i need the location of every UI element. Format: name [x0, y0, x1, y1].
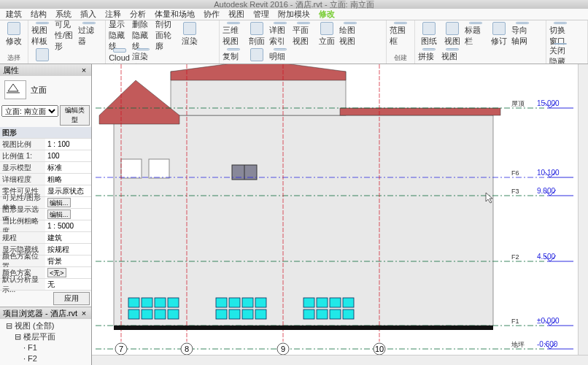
tree-item[interactable]: ⊟ 楼层平面	[3, 331, 88, 342]
menu-注释[interactable]: 注释	[105, 9, 121, 20]
menu-结构[interactable]: 结构	[31, 9, 47, 20]
ribbon-btn-立面[interactable]: 立面	[316, 22, 338, 47]
ribbon-btn-平面视图[interactable]: 平面视图	[293, 22, 314, 47]
property-value[interactable]: 无	[45, 279, 91, 290]
browser-header[interactable]: 项目浏览器 - 酒店.rvt ×	[0, 307, 91, 319]
property-value[interactable]: 标准	[45, 162, 91, 173]
menu-建筑[interactable]: 建筑	[6, 9, 22, 20]
ribbon-btn-图例[interactable]: 图例	[246, 48, 268, 64]
ribbon-btn-细线[interactable]: 细线	[31, 48, 53, 64]
close-icon[interactable]: ×	[80, 66, 88, 74]
property-row[interactable]: 显示模型标准	[0, 162, 91, 174]
property-row[interactable]: 颜色方案位置背景	[0, 256, 91, 267]
ribbon-btn-Cloud渲染[interactable]: Cloud渲染	[109, 48, 131, 64]
menu-插入[interactable]: 插入	[80, 9, 96, 20]
ribbon-btn-明细表[interactable]: 明细表	[269, 48, 291, 64]
ribbon-btn-可见性/图形[interactable]: 可见性/图形	[55, 22, 77, 47]
property-key: 详细程度	[0, 174, 45, 185]
ribbon-btn-过滤器[interactable]: 过滤器	[78, 22, 100, 47]
property-value[interactable]: 编辑...	[45, 197, 91, 208]
ribbon-btn-关闭隐藏对象[interactable]: 关闭隐藏对象	[549, 48, 571, 64]
property-value[interactable]: 粗略	[45, 174, 91, 185]
ribbon-btn-修订[interactable]: 修订	[488, 22, 510, 47]
tool-icon	[394, 22, 407, 24]
ribbon-btn-范围框[interactable]: 范围框	[390, 22, 411, 47]
ribbon-btn-三维视图[interactable]: 三维视图	[223, 22, 244, 47]
edit-button[interactable]: 编辑...	[47, 210, 71, 219]
menu-附加模块[interactable]: 附加模块	[278, 9, 310, 20]
property-row[interactable]: 规程建筑	[0, 232, 91, 244]
menu-视图[interactable]: 视图	[228, 9, 244, 20]
scrollbar-vertical[interactable]	[578, 64, 588, 365]
ribbon-btn-导向轴网[interactable]: 导向轴网	[511, 22, 533, 47]
ribbon-btn-图纸[interactable]: 图纸	[418, 22, 440, 47]
ribbon-btn-复制视图[interactable]: 复制视图	[223, 48, 244, 64]
ribbon-btn-标题栏[interactable]: 标题栏	[465, 22, 487, 47]
svg-text:9.000: 9.000	[537, 187, 555, 195]
apply-button[interactable]: 应用	[53, 292, 90, 305]
ribbon-btn-拼接线[interactable]: 拼接线	[418, 48, 440, 64]
ribbon-group: 三维视图剖面详图索引平面视图立面绘图视图复制视图图例明细表	[220, 20, 387, 64]
ribbon-btn-修改[interactable]: 修改	[3, 22, 25, 47]
tool-icon	[469, 22, 482, 24]
menu-修改[interactable]: 修改	[319, 9, 335, 20]
tool-icon	[554, 43, 567, 45]
property-row[interactable]: 默认分析显示...无	[0, 279, 91, 291]
close-icon[interactable]: ×	[80, 309, 88, 318]
ribbon-btn-渲染库[interactable]: 渲染库	[132, 48, 154, 64]
svg-rect-21	[229, 298, 240, 307]
tree-item[interactable]: ⊟ 视图 (全部)	[3, 320, 88, 331]
edit-type-button[interactable]: 编辑类型	[60, 105, 90, 126]
property-value[interactable]: 显示原状态	[45, 185, 91, 196]
edit-button[interactable]: <无>	[47, 268, 66, 277]
ribbon-btn-剖切面轮廓[interactable]: 剖切面轮廓	[155, 22, 177, 47]
menu-系统[interactable]: 系统	[55, 9, 71, 20]
svg-marker-4	[171, 64, 346, 80]
tree-item[interactable]: · F1	[3, 342, 88, 353]
svg-text:F6: F6	[511, 169, 519, 177]
tool-icon	[36, 22, 49, 24]
property-value[interactable]: 背景	[45, 256, 91, 266]
svg-text:9: 9	[281, 345, 285, 353]
ribbon-btn-视图参照[interactable]: 视图参照	[441, 48, 463, 64]
ribbon-btn-剖面[interactable]: 剖面	[246, 22, 268, 47]
menu-体量和场地[interactable]: 体量和场地	[155, 9, 195, 20]
ribbon-btn-详图索引[interactable]: 详图索引	[269, 22, 291, 47]
instance-selector[interactable]: 立面: 南立面	[1, 105, 58, 117]
property-row[interactable]: 比例值 1:100	[0, 150, 91, 162]
menu-协作[interactable]: 协作	[204, 9, 220, 20]
property-row[interactable]: 当比例粗略度...1 : 5000	[0, 220, 91, 232]
ribbon-btn-绘图视图[interactable]: 绘图视图	[339, 22, 361, 47]
menu-分析[interactable]: 分析	[130, 9, 146, 20]
property-row[interactable]: 视图比例1 : 100	[0, 139, 91, 150]
ribbon-btn-删除隐藏线[interactable]: 删除隐藏线	[132, 22, 154, 47]
property-value[interactable]: 1 : 5000	[45, 220, 91, 231]
ribbon-group-label: 创建	[390, 53, 411, 62]
property-value[interactable]: 按规程	[45, 244, 91, 255]
scrollbar-horizontal[interactable]	[92, 355, 588, 365]
property-value[interactable]: 100	[45, 150, 91, 161]
property-value[interactable]: 1 : 100	[45, 139, 91, 150]
tree-item[interactable]: · F2	[3, 353, 88, 364]
property-value[interactable]: <无>	[45, 267, 91, 278]
property-key: 默认分析显示...	[0, 279, 45, 290]
properties-header[interactable]: 属性 ×	[0, 64, 91, 76]
project-tree[interactable]: ⊟ 视图 (全部)⊟ 楼层平面· F1· F2· F3· F6· 地坪· 屋顶⊟…	[0, 319, 91, 365]
svg-rect-31	[330, 298, 341, 307]
ribbon-btn-显示隐藏线[interactable]: 显示隐藏线	[109, 22, 131, 47]
ribbon-btn-渲染[interactable]: 渲染	[179, 22, 201, 47]
property-row[interactable]: 详细程度粗略	[0, 174, 91, 185]
drawing-canvas[interactable]: 屋顶15.000F610.100F39.000F24.500F1±0.000地坪…	[92, 64, 588, 365]
property-value[interactable]: 建筑	[45, 232, 91, 243]
svg-rect-32	[330, 310, 341, 319]
ribbon-btn-视图[interactable]: 视图	[441, 22, 463, 47]
edit-button[interactable]: 编辑...	[47, 198, 71, 207]
ribbon-btn-视图样板[interactable]: 视图样板	[31, 22, 53, 47]
elevation-type-icon[interactable]	[4, 80, 26, 99]
tool-icon	[422, 22, 436, 35]
property-value[interactable]: 编辑...	[45, 209, 91, 220]
svg-text:4.500: 4.500	[537, 253, 555, 261]
menu-管理[interactable]: 管理	[253, 9, 269, 20]
property-row[interactable]: 图形	[0, 127, 91, 139]
property-key: 显示模型	[0, 162, 45, 173]
